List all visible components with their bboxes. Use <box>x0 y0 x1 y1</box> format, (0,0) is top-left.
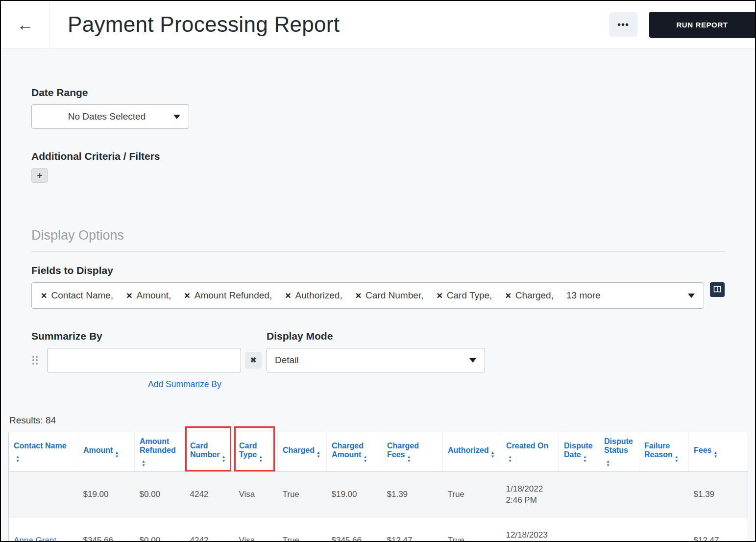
more-options-button[interactable]: ••• <box>609 12 637 37</box>
columns-icon <box>713 285 721 295</box>
field-chip: ✕ Authorized, <box>285 290 342 301</box>
column-header-dispute-date[interactable]: Dispute Date <box>559 432 599 472</box>
sort-icon <box>142 460 146 468</box>
field-chip: ✕ Charged, <box>505 290 554 301</box>
column-header-amount-refunded[interactable]: Amount Refunded <box>135 432 185 472</box>
column-header-failure-reason[interactable]: Failure Reason <box>639 432 689 472</box>
column-header-authorized[interactable]: Authorized <box>443 432 501 472</box>
add-summarize-by-link[interactable]: Add Summarize By <box>148 379 221 390</box>
sort-icon <box>606 460 610 468</box>
filters-section: Date Range No Dates Selected Additional … <box>1 49 755 390</box>
sort-icon <box>115 451 119 459</box>
clear-summarize-button[interactable]: ✖ <box>245 352 262 369</box>
add-filter-button[interactable]: + <box>31 168 48 183</box>
cell-card-type: Visa <box>234 472 278 518</box>
additional-criteria-label: Additional Criteria / Filters <box>31 150 725 162</box>
chevron-down-icon <box>469 358 476 363</box>
more-fields-label: 13 more <box>566 290 601 301</box>
remove-icon[interactable]: ✕ <box>436 291 442 300</box>
cell-dispute-date <box>559 518 599 542</box>
field-chip-label: Card Number, <box>366 290 423 301</box>
column-header-charged-amount[interactable]: Charged Amount <box>327 432 382 472</box>
content-area: Date Range No Dates Selected Additional … <box>1 49 755 541</box>
cell-dispute-status <box>599 518 639 542</box>
cell-created-on: 12/18/2023 3:34 PM <box>501 518 559 542</box>
field-chip-label: Authorized, <box>295 290 342 301</box>
column-header-created-on[interactable]: Created On <box>501 432 559 472</box>
contact-link[interactable]: Anna Grant <box>14 536 56 542</box>
cell-failure-reason <box>639 472 689 518</box>
summarize-controls: ✖ <box>31 348 262 372</box>
date-range-value: No Dates Selected <box>68 111 146 122</box>
cell-amount-refunded: $0.00 <box>135 518 185 542</box>
columns-settings-button[interactable] <box>710 282 725 297</box>
summarize-by-input[interactable] <box>47 348 241 372</box>
column-header-charged-fees[interactable]: Charged Fees <box>382 432 443 472</box>
cell-contact-name: Anna Grant <box>9 518 78 542</box>
top-bar: ← Payment Processing Report ••• RUN REPO… <box>1 1 755 49</box>
cell-card-number: 4242 <box>185 518 234 542</box>
summarize-by-label: Summarize By <box>31 330 262 342</box>
summarize-display-row: Summarize By ✖ Add Summarize By Display … <box>31 330 725 390</box>
cell-authorized: True <box>443 472 501 518</box>
sort-icon <box>583 455 587 463</box>
sort-icon <box>491 451 495 459</box>
fields-to-display-row: ✕ Contact Name, ✕ Amount, ✕ Amount Refun… <box>31 282 725 309</box>
sort-icon <box>16 455 20 463</box>
sort-icon <box>407 455 411 463</box>
chevron-down-icon <box>688 294 695 298</box>
column-header-card-type[interactable]: Card Type <box>234 432 278 472</box>
field-chip-label: Card Type, <box>447 290 492 301</box>
sort-icon <box>675 455 679 463</box>
display-mode-value: Detail <box>275 355 299 366</box>
top-actions: ••• RUN REPORT <box>609 12 755 38</box>
back-arrow-icon: ← <box>17 15 34 34</box>
chevron-down-icon <box>173 115 180 119</box>
cell-charged-fees: $12.47 <box>382 518 443 542</box>
remove-icon[interactable]: ✕ <box>184 291 190 300</box>
column-header-card-number[interactable]: Card Number <box>185 432 234 472</box>
cell-authorized: True <box>443 518 501 542</box>
drag-handle-icon[interactable] <box>31 355 40 366</box>
cell-charged: True <box>278 472 327 518</box>
sort-icon <box>508 455 512 463</box>
cell-amount: $345.66 <box>78 518 135 542</box>
cell-dispute-date <box>559 472 599 518</box>
display-mode-block: Display Mode Detail <box>267 330 485 372</box>
back-button[interactable]: ← <box>1 1 50 48</box>
cell-amount: $19.00 <box>78 472 135 518</box>
display-mode-label: Display Mode <box>267 330 485 342</box>
display-mode-dropdown[interactable]: Detail <box>267 348 485 372</box>
section-divider <box>31 251 725 252</box>
field-chip-label: Charged, <box>515 290 554 301</box>
column-header-charged[interactable]: Charged <box>278 432 327 472</box>
cell-fees: $12.47 <box>689 518 748 542</box>
column-header-contact-name[interactable]: Contact Name <box>9 432 78 472</box>
cell-failure-reason <box>639 518 689 542</box>
cell-created-on: 1/18/2022 2:46 PM <box>501 472 559 518</box>
column-header-amount[interactable]: Amount <box>78 432 135 472</box>
cell-card-type: Visa <box>234 518 278 542</box>
table-row: Anna Grant $345.66 $0.00 4242 Visa True … <box>9 518 748 542</box>
column-header-dispute-status[interactable]: Dispute Status <box>599 432 639 472</box>
ellipsis-icon: ••• <box>617 19 629 30</box>
field-chip-label: Contact Name, <box>51 290 113 301</box>
remove-icon[interactable]: ✕ <box>41 291 47 300</box>
remove-icon[interactable]: ✕ <box>505 291 511 300</box>
remove-icon[interactable]: ✕ <box>355 291 362 300</box>
cell-dispute-status <box>599 472 639 518</box>
fields-to-display-select[interactable]: ✕ Contact Name, ✕ Amount, ✕ Amount Refun… <box>31 282 704 309</box>
field-chip-label: Amount Refunded, <box>195 290 272 301</box>
cell-charged-amount: $19.00 <box>327 472 382 518</box>
additional-criteria-section: Additional Criteria / Filters + <box>31 150 725 183</box>
page-title: Payment Processing Report <box>68 12 340 37</box>
close-icon: ✖ <box>250 356 257 365</box>
remove-icon[interactable]: ✕ <box>285 291 291 300</box>
column-header-fees[interactable]: Fees <box>689 432 748 472</box>
run-report-button[interactable]: RUN REPORT <box>649 12 755 38</box>
cell-card-number: 4242 <box>185 472 234 518</box>
sort-icon <box>259 455 263 463</box>
remove-icon[interactable]: ✕ <box>126 291 132 300</box>
date-range-dropdown[interactable]: No Dates Selected <box>31 104 189 129</box>
cell-charged-amount: $345.66 <box>327 518 382 542</box>
